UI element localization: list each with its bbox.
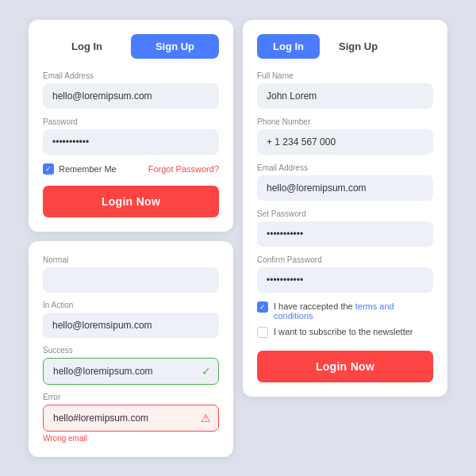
error-input-wrap: ⚠ xyxy=(43,405,219,432)
email-group: Email Address xyxy=(43,71,219,109)
tab-signup-right[interactable]: Sign Up xyxy=(323,34,393,59)
login-tabs: Log In Sign Up xyxy=(43,34,219,59)
phone-label: Phone Number xyxy=(257,117,433,126)
fullname-group: Full Name xyxy=(257,71,433,109)
tab-signup-left[interactable]: Sign Up xyxy=(131,34,219,59)
error-label: Error xyxy=(43,393,219,401)
remember-left: ✓ Remember Me xyxy=(43,163,117,175)
set-password-label: Set Password xyxy=(257,209,433,218)
remember-row: ✓ Remember Me Forgot Password? xyxy=(43,163,219,175)
signup-email-label: Email Address xyxy=(257,163,433,172)
password-label: Password xyxy=(43,117,219,126)
confirm-password-group: Confirm Password xyxy=(257,255,433,293)
in-action-label: In Action xyxy=(43,301,219,309)
set-password-input[interactable] xyxy=(257,221,433,247)
success-input[interactable] xyxy=(43,358,219,385)
fullname-label: Full Name xyxy=(257,71,433,80)
normal-input-wrap xyxy=(43,267,219,293)
signup-login-now-button[interactable]: Login Now xyxy=(257,351,433,382)
success-label: Success xyxy=(43,346,219,355)
success-icon: ✓ xyxy=(202,365,211,378)
login-now-button[interactable]: Login Now xyxy=(43,186,219,217)
remember-checkbox[interactable]: ✓ xyxy=(43,163,54,175)
error-input[interactable] xyxy=(43,405,219,432)
email-label: Email Address xyxy=(43,71,219,80)
password-input[interactable] xyxy=(43,129,219,155)
forgot-password-link[interactable]: Forgot Password? xyxy=(148,164,219,174)
remember-label: Remember Me xyxy=(59,164,117,174)
newsletter-label: I want to subscribe to the newsletter xyxy=(274,327,413,336)
login-card: Log In Sign Up Email Address Password ✓ … xyxy=(29,20,233,232)
signup-email-input[interactable] xyxy=(257,175,433,201)
tab-login-left[interactable]: Log In xyxy=(43,34,131,59)
signup-email-group: Email Address xyxy=(257,163,433,201)
phone-group: Phone Number xyxy=(257,117,433,155)
newsletter-checkbox[interactable] xyxy=(257,327,268,338)
set-password-group: Set Password xyxy=(257,209,433,247)
fullname-input[interactable] xyxy=(257,83,433,109)
normal-label: Normal xyxy=(43,255,219,264)
states-card: Normal In Action Success ✓ Error ⚠ Wrong… xyxy=(29,241,233,457)
confirm-password-input[interactable] xyxy=(257,267,433,293)
success-input-wrap: ✓ xyxy=(43,358,219,385)
normal-input[interactable] xyxy=(43,267,219,293)
terms-text: I have raccepted the terms and condition… xyxy=(274,301,433,321)
in-action-input-wrap xyxy=(43,313,219,338)
email-input[interactable] xyxy=(43,83,219,109)
in-action-input[interactable] xyxy=(43,313,219,338)
error-icon: ⚠ xyxy=(201,412,211,424)
confirm-password-label: Confirm Password xyxy=(257,255,433,264)
newsletter-row: I want to subscribe to the newsletter xyxy=(257,327,433,338)
terms-checkbox[interactable]: ✓ xyxy=(257,301,268,313)
terms-row: ✓ I have raccepted the terms and conditi… xyxy=(257,301,433,321)
tab-login-right[interactable]: Log In xyxy=(257,34,320,59)
signup-card: Log In Sign Up Full Name Phone Number Em… xyxy=(243,20,447,397)
password-group: Password xyxy=(43,117,219,155)
signup-tabs: Log In Sign Up xyxy=(257,34,433,59)
error-message: Wrong email xyxy=(43,434,219,443)
phone-input[interactable] xyxy=(257,129,433,155)
